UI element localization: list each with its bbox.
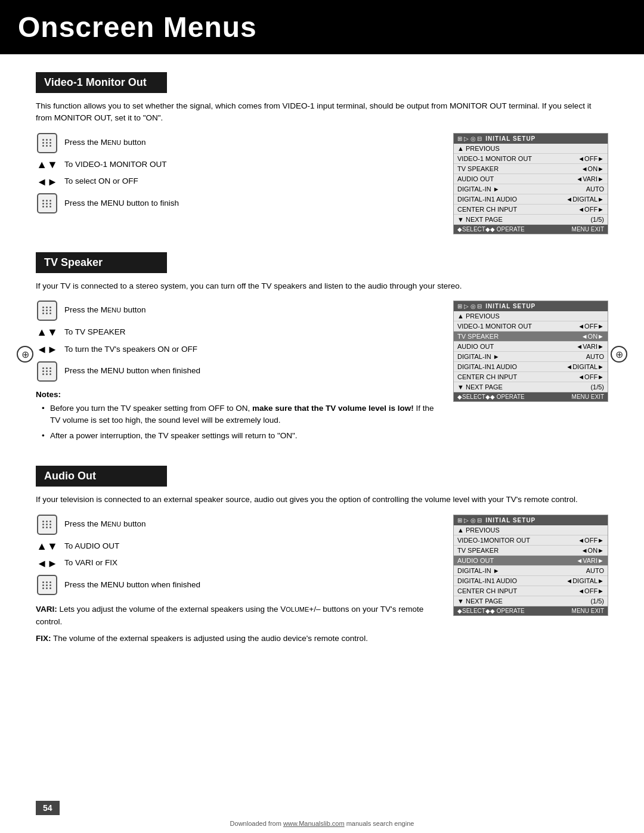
osd-row-1-tv: VIDEO-1 MONITOR OUT◄OFF► — [454, 321, 608, 332]
osd-row-3-tv: AUDIO OUT◄VARI► — [454, 342, 608, 352]
tv-instruction-text-3: To turn the TV's speakers ON or OFF — [64, 344, 197, 355]
tv-instruction-row-2: ▲▼ To TV SPEAKER — [36, 327, 441, 338]
osd-row-3-audio: AUDIO OUT◄VARI► — [454, 556, 608, 566]
osd-row-5-video1: DIGITAL-IN1 AUDIO◄DIGITAL► — [454, 194, 608, 205]
tv-menu-icon-cell-2 — [36, 361, 58, 382]
section-tv-speaker: TV Speaker If your TV is connected to a … — [36, 252, 608, 448]
osd-row-prev-video1: ▲ PREVIOUS — [454, 144, 608, 154]
osd-row-6-tv: CENTER CH INPUT◄OFF► — [454, 372, 608, 382]
section-content-tv-speaker: Press the MENU button ▲▼ To TV SPEAKER ◄… — [36, 301, 608, 448]
page-container: Video-1 Monitor Out This function allows… — [0, 72, 644, 698]
instruction-text-4: Press the MENU button to finish — [64, 198, 179, 209]
osd-row-prev-audio: ▲ PREVIOUS — [454, 525, 608, 535]
instruction-row-2: ▲▼ To VIDEO-1 MONITOR OUT — [36, 159, 441, 171]
tv-leftright-icon-cell: ◄► — [36, 344, 58, 355]
osd-row-next-tv: ▼ NEXT PAGE(1/5) — [454, 382, 608, 392]
tv-menu-button-icon-2 — [37, 361, 57, 382]
instruction-text-3: To select ON or OFF — [64, 176, 138, 187]
osd-row-2-audio: TV SPEAKER◄ON► — [454, 546, 608, 556]
osd-row-4-video1: DIGITAL-IN ►AUTO — [454, 184, 608, 194]
osd-row-3-video1: AUDIO OUT◄VARI► — [454, 174, 608, 184]
tv-updown-arrow-icon: ▲▼ — [36, 327, 58, 337]
fix-note: FIX: The volume of the external speakers… — [36, 633, 441, 645]
audio-instruction-text-3: To VARI or FIX — [64, 558, 117, 569]
section-content-audio-out: Press the MENU button ▲▼ To AUDIO OUT ◄►… — [36, 515, 608, 645]
instructions-video1: Press the MENU button ▲▼ To VIDEO-1 MONI… — [36, 133, 441, 220]
audio-menu-icon-cell-1 — [36, 515, 58, 535]
osd-title-tv-speaker: INITIAL SETUP — [485, 303, 535, 309]
osd-menu-video1: ⊞ ▷ ◎ ⊟ INITIAL SETUP ▲ PREVIOUS VIDEO-1… — [453, 133, 608, 234]
osd-row-6-audio: CENTER CH INPUT◄OFF► — [454, 586, 608, 596]
audio-menu-button-icon-1 — [37, 515, 57, 535]
instruction-row-3: ◄► To select ON or OFF — [36, 176, 441, 187]
section-header-audio-out: Audio Out — [36, 466, 167, 487]
note-item-2: After a power interruption, the TV speak… — [42, 430, 441, 442]
instruction-row-1: Press the MENU button — [36, 133, 441, 153]
instruction-row-4: Press the MENU button to finish — [36, 193, 441, 213]
audio-instruction-text-2: To AUDIO OUT — [64, 541, 119, 552]
section-header-video1: Video-1 Monitor Out — [36, 72, 167, 93]
osd-title-video1: INITIAL SETUP — [485, 135, 535, 142]
tv-instruction-text-2: To TV SPEAKER — [64, 327, 126, 338]
osd-footer-tv-speaker: ◆SELECT◆◆ OPERATE MENU EXIT — [454, 392, 608, 401]
audio-instruction-row-2: ▲▼ To AUDIO OUT — [36, 541, 441, 552]
updown-arrow-icon-1: ▲▼ — [36, 159, 58, 170]
section-video1-monitor-out: Video-1 Monitor Out This function allows… — [36, 72, 608, 234]
audio-menu-icon-cell-2 — [36, 575, 58, 595]
tv-menu-button-icon-1 — [37, 301, 57, 321]
tv-instruction-row-3: ◄► To turn the TV's speakers ON or OFF — [36, 344, 441, 355]
osd-footer-video1: ◆SELECT◆◆ OPERATE MENU EXIT — [454, 225, 608, 234]
audio-leftright-arrow-icon: ◄► — [36, 558, 58, 569]
notes-list-tv-speaker: Before you turn the TV speaker setting f… — [36, 402, 441, 442]
audio-updown-arrow-icon: ▲▼ — [36, 541, 58, 552]
page-title: Onscreen Menus — [18, 11, 626, 44]
section-header-tv-speaker: TV Speaker — [36, 252, 167, 273]
osd-row-1-audio: VIDEO-1MONITOR OUT◄OFF► — [454, 535, 608, 546]
notes-section-tv-speaker: Notes: Before you turn the TV speaker se… — [36, 390, 441, 442]
osd-footer-right-video1: MENU EXIT — [572, 226, 604, 233]
osd-header-audio-out: ⊞ ▷ ◎ ⊟ INITIAL SETUP — [454, 515, 608, 525]
audio-instruction-row-3: ◄► To VARI or FIX — [36, 558, 441, 569]
leftright-arrow-icon-1: ◄► — [36, 176, 58, 187]
audio-instructions-and-notes: Press the MENU button ▲▼ To AUDIO OUT ◄►… — [36, 515, 441, 645]
osd-row-5-audio: DIGITAL-IN1 AUDIO◄DIGITAL► — [454, 576, 608, 586]
audio-updown-icon-cell: ▲▼ — [36, 541, 58, 552]
osd-icons-video1: ⊞ ▷ ◎ ⊟ — [457, 135, 482, 142]
corner-mark-tr: — — [620, 6, 632, 20]
osd-title-audio-out: INITIAL SETUP — [485, 517, 535, 524]
menu-icon-cell-1 — [36, 133, 58, 153]
instruction-text-1: Press the MENU button — [64, 137, 146, 148]
instructions-tv-speaker: Press the MENU button ▲▼ To TV SPEAKER ◄… — [36, 301, 441, 448]
osd-footer-left-audio: ◆SELECT◆◆ OPERATE — [457, 608, 525, 614]
osd-icons-tv-speaker: ⊞ ▷ ◎ ⊟ — [457, 303, 482, 309]
menu-button-icon-2 — [37, 193, 57, 213]
tv-instruction-text-1: Press the MENU button — [64, 305, 146, 316]
notes-title-tv-speaker: Notes: — [36, 390, 441, 399]
osd-icons-audio-out: ⊞ ▷ ◎ ⊟ — [457, 517, 482, 524]
osd-row-4-tv: DIGITAL-IN ►AUTO — [454, 352, 608, 362]
target-icon-left: ⊕ — [17, 346, 33, 363]
title-banner: Onscreen Menus — [0, 0, 644, 54]
osd-row-6-video1: CENTER CH INPUT◄OFF► — [454, 205, 608, 215]
audio-instruction-text-4: Press the MENU button when finished — [64, 580, 200, 591]
footer-text: Downloaded from www.Manualslib.com manua… — [230, 820, 414, 827]
osd-row-2-video1: TV SPEAKER◄ON► — [454, 164, 608, 174]
tv-instruction-text-4: Press the MENU button when finished — [64, 366, 200, 377]
osd-footer-right-tv: MENU EXIT — [572, 394, 604, 400]
osd-menu-audio-out: ⊞ ▷ ◎ ⊟ INITIAL SETUP ▲ PREVIOUS VIDEO-1… — [453, 515, 608, 616]
menu-icon-cell-2 — [36, 193, 58, 213]
osd-menu-tv-speaker: ⊞ ▷ ◎ ⊟ INITIAL SETUP ▲ PREVIOUS VIDEO-1… — [453, 301, 608, 402]
osd-footer-left-video1: ◆SELECT◆◆ OPERATE — [457, 226, 525, 233]
section-content-video1: Press the MENU button ▲▼ To VIDEO-1 MONI… — [36, 133, 608, 234]
footer-link[interactable]: www.Manualslib.com — [283, 820, 345, 827]
osd-footer-left-tv: ◆SELECT◆◆ OPERATE — [457, 394, 525, 400]
leftright-icon-cell-1: ◄► — [36, 176, 58, 187]
osd-row-next-video1: ▼ NEXT PAGE(1/5) — [454, 215, 608, 225]
updown-icon-cell-1: ▲▼ — [36, 159, 58, 170]
audio-instruction-row-1: Press the MENU button — [36, 515, 441, 535]
section-desc-video1: This function allows you to set whether … — [36, 100, 608, 125]
note-item-1: Before you turn the TV speaker setting f… — [42, 402, 441, 427]
audio-instruction-row-4: Press the MENU button when finished — [36, 575, 441, 595]
tv-menu-icon-cell-1 — [36, 301, 58, 321]
osd-row-5-tv: DIGITAL-IN1 AUDIO◄DIGITAL► — [454, 362, 608, 372]
